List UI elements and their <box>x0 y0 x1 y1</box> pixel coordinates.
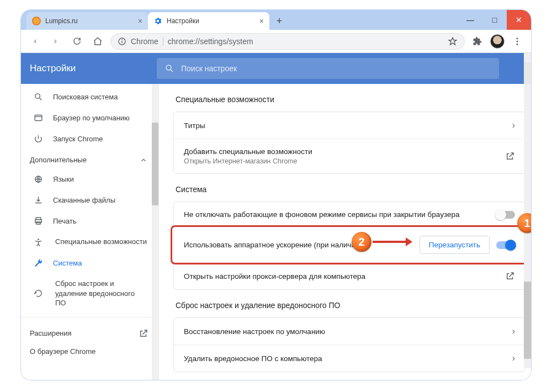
sidebar-item-startup[interactable]: Запуск Chrome <box>21 128 158 149</box>
tab-lumpics[interactable]: Lumpics.ru × <box>26 12 148 30</box>
tab-title: Настройки <box>167 17 199 25</box>
sidebar-advanced-toggle[interactable]: Дополнительные <box>21 149 158 168</box>
row-add-accessibility[interactable]: Добавить специальные возможности Открыть… <box>174 139 525 173</box>
url-scheme: Chrome <box>131 37 163 46</box>
sidebar-item-search-engine[interactable]: Поисковая система <box>21 86 158 107</box>
svg-point-5 <box>517 43 518 45</box>
search-icon <box>33 92 43 102</box>
sidebar-item-reset[interactable]: Сброс настроек и удаление вредоносного П… <box>21 273 158 314</box>
window-maximize[interactable]: □ <box>482 10 507 30</box>
sidebar-about[interactable]: О браузере Chrome <box>21 344 158 361</box>
svg-line-9 <box>39 98 41 100</box>
row-restore-defaults[interactable]: Восстановление настроек по умолчанию › <box>174 318 525 345</box>
nav-forward[interactable] <box>47 33 64 50</box>
settings-sidebar: Поисковая система Браузер по умолчанию З… <box>21 53 159 380</box>
nav-back[interactable] <box>26 33 43 50</box>
profile-avatar[interactable] <box>490 34 505 49</box>
row-label: Открыть настройки прокси-сервера для ком… <box>184 272 365 280</box>
sidebar-item-default-browser[interactable]: Браузер по умолчанию <box>21 107 158 128</box>
row-captions[interactable]: Титры › <box>174 112 525 139</box>
sidebar-label: Браузер по умолчанию <box>53 114 130 122</box>
settings-header: Настройки Поиск настроек <box>21 53 524 84</box>
chevron-right-icon: › <box>512 120 515 130</box>
scrollbar-top-gap <box>524 53 531 84</box>
restore-icon <box>33 288 43 298</box>
annotation-arrow <box>373 241 411 243</box>
close-tab-icon[interactable]: × <box>138 17 142 25</box>
svg-line-7 <box>171 70 173 72</box>
close-tab-icon[interactable]: × <box>259 17 264 25</box>
sidebar-item-printing[interactable]: Печать <box>21 210 158 231</box>
card-reset: Восстановление настроек по умолчанию › У… <box>173 317 526 372</box>
browser-window: Lumpics.ru × Настройки × + — □ ✕ Chrome … <box>21 10 531 380</box>
external-link-icon <box>505 271 515 281</box>
svg-point-8 <box>35 93 40 98</box>
svg-point-4 <box>517 40 518 42</box>
row-sublabel: Открыть Интернет-магазин Chrome <box>184 157 312 165</box>
favicon-settings <box>153 17 162 25</box>
svg-point-3 <box>517 38 518 39</box>
row-background-apps[interactable]: Не отключать работающие в фоновом режиме… <box>174 202 525 227</box>
tab-settings[interactable]: Настройки × <box>148 12 269 30</box>
sidebar-advanced-label: Дополнительные <box>30 156 87 164</box>
toggle-hardware-acceleration[interactable] <box>496 241 515 249</box>
row-label: Добавить специальные возможности Открыть… <box>184 147 312 165</box>
row-hardware-acceleration[interactable]: Использовать аппаратное ускорение (при н… <box>174 227 525 263</box>
sidebar-label: Поисковая система <box>53 93 118 101</box>
window-minimize[interactable]: — <box>458 10 482 30</box>
nav-reload[interactable] <box>68 33 85 50</box>
menu-kebab[interactable] <box>509 33 526 50</box>
row-label: Восстановление настроек по умолчанию <box>184 327 325 336</box>
omnibox[interactable]: Chrome chrome://settings/system <box>110 33 465 50</box>
sidebar-label: Запуск Chrome <box>53 135 103 143</box>
sidebar-label: Расширения <box>30 329 72 337</box>
section-title-reset: Сброс настроек и удаление вредоносного П… <box>176 301 526 310</box>
svg-rect-2 <box>121 39 122 40</box>
section-title-accessibility: Специальные возможности <box>176 95 526 104</box>
sidebar-item-system[interactable]: Система <box>21 252 158 273</box>
external-link-icon <box>505 151 515 161</box>
annotation-badge-1: 1 <box>517 213 531 233</box>
svg-rect-1 <box>121 40 122 43</box>
favicon-lumpics <box>32 17 41 25</box>
settings-main: Специальные возможности Титры › Добавить… <box>159 53 531 380</box>
row-cleanup[interactable]: Удалить вредоносное ПО с компьютера › <box>174 345 525 372</box>
power-icon <box>33 134 43 144</box>
window-close[interactable]: ✕ <box>507 10 531 30</box>
section-title-system: Система <box>176 185 526 194</box>
browser-icon <box>33 113 43 123</box>
svg-point-16 <box>38 239 39 240</box>
tab-strip: Lumpics.ru × Настройки × + <box>21 10 287 30</box>
sidebar-extensions[interactable]: Расширения <box>21 321 158 344</box>
extensions-icon[interactable] <box>469 33 486 50</box>
site-info-icon[interactable] <box>118 37 126 46</box>
sidebar-label: Система <box>53 259 82 267</box>
card-accessibility: Титры › Добавить специальные возможности… <box>173 112 526 174</box>
new-tab-button[interactable]: + <box>272 12 287 30</box>
toggle-background-apps[interactable] <box>496 211 515 219</box>
chevron-up-icon <box>140 156 147 164</box>
external-link-icon <box>139 329 148 338</box>
bookmark-star-icon[interactable] <box>448 36 458 46</box>
url-text: chrome://settings/system <box>168 37 253 46</box>
search-placeholder: Поиск настроек <box>181 64 237 73</box>
settings-search[interactable]: Поиск настроек <box>157 58 499 79</box>
sidebar-item-languages[interactable]: Языки <box>21 168 158 189</box>
card-system: Не отключать работающие в фоновом режиме… <box>173 202 526 290</box>
sidebar-scrollbar[interactable] <box>152 84 158 380</box>
svg-point-6 <box>166 65 171 70</box>
sidebar-item-downloads[interactable]: Скачанные файлы <box>21 189 158 210</box>
row-label: Не отключать работающие в фоновом режиме… <box>184 210 459 219</box>
relaunch-button[interactable]: Перезапустить <box>420 236 490 254</box>
row-proxy-settings[interactable]: Открыть настройки прокси-сервера для ком… <box>174 263 525 289</box>
download-icon <box>33 195 43 205</box>
scrollbar-thumb[interactable] <box>152 123 158 205</box>
print-icon <box>33 216 43 226</box>
scrollbar-thumb[interactable] <box>524 282 531 359</box>
nav-home[interactable] <box>89 33 106 50</box>
sidebar-item-accessibility[interactable]: Специальные возможности <box>21 231 158 252</box>
settings-body: Поисковая система Браузер по умолчанию З… <box>21 53 531 380</box>
sidebar-label: О браузере Chrome <box>30 347 95 356</box>
row-label: Удалить вредоносное ПО с компьютера <box>184 354 322 363</box>
row-label: Титры <box>184 121 205 130</box>
